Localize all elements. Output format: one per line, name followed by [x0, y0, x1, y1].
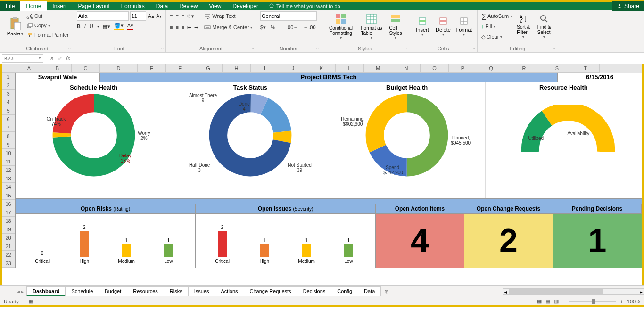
increase-indent-icon[interactable]: ⇥	[194, 24, 198, 31]
fx-icon[interactable]: fx	[66, 55, 70, 62]
col-header-E[interactable]: E	[138, 64, 166, 73]
increase-decimal-icon[interactable]: .00→	[286, 24, 298, 30]
view-page-break-icon[interactable]: ▥	[554, 298, 559, 304]
author-cell[interactable]: Swapnil Wale	[15, 73, 100, 82]
tell-me-input[interactable]: Tell me what you want to do	[269, 3, 340, 9]
sheet-tab-risks[interactable]: Risks	[164, 286, 189, 296]
fill-color-button[interactable]: 🪣▾	[114, 23, 124, 30]
tab-data[interactable]: Data	[150, 1, 173, 11]
autosum-button[interactable]: ∑AutoSum	[481, 11, 512, 21]
wrap-text-button[interactable]: Wrap Text	[204, 11, 252, 21]
scrollbar-thumb[interactable]	[509, 289, 603, 294]
col-header-K[interactable]: K	[307, 64, 336, 73]
row-header-17[interactable]: 17	[2, 208, 15, 217]
sheet-tab-decisions[interactable]: Decisions	[297, 286, 332, 296]
row-header-23[interactable]: 23	[2, 259, 15, 268]
font-name-select[interactable]	[77, 11, 129, 21]
sheet-tab-resources[interactable]: Resources	[127, 286, 164, 296]
orientation-icon[interactable]: ⟳▾	[187, 13, 194, 19]
tab-view[interactable]: View	[204, 1, 227, 11]
accounting-format-icon[interactable]: $▾	[260, 24, 266, 31]
align-bottom-icon[interactable]: ≡	[182, 13, 184, 19]
row-header-9[interactable]: 9	[2, 140, 15, 149]
paste-button[interactable]: Paste	[6, 11, 25, 41]
prev-sheet-icon[interactable]: ◂	[17, 288, 20, 295]
align-left-icon[interactable]: ≡	[170, 24, 173, 30]
sheet-tab-change-requests[interactable]: Change Requests	[244, 286, 297, 296]
border-button[interactable]: ▦▾	[103, 24, 110, 30]
font-color-button[interactable]: A▾	[127, 23, 133, 30]
row-header-21[interactable]: 21	[2, 242, 15, 251]
enter-formula-icon[interactable]: ✓	[58, 55, 62, 62]
col-header-D[interactable]: D	[100, 64, 138, 73]
cell-styles-button[interactable]: CellStyles	[386, 11, 405, 41]
sheet-tab-data[interactable]: Data	[358, 286, 381, 296]
row-header-2[interactable]: 2	[2, 81, 15, 90]
chart-open-issues[interactable]: 2Critical1High1Medium1Low	[196, 214, 376, 268]
col-header-L[interactable]: L	[336, 64, 364, 73]
row-header-3[interactable]: 3	[2, 90, 15, 98]
metric-decisions[interactable]: 1	[553, 214, 642, 268]
increase-font-icon[interactable]: A▴	[148, 13, 155, 20]
row-header-11[interactable]: 11	[2, 157, 15, 166]
row-header-4[interactable]: 4	[2, 98, 15, 106]
merge-center-button[interactable]: Merge & Center	[204, 23, 252, 32]
share-button[interactable]: Share	[612, 1, 644, 11]
row-header-18[interactable]: 18	[2, 217, 15, 225]
row-header-19[interactable]: 19	[2, 225, 15, 234]
chart-budget-health[interactable]: Budget Health Planned, $945,500 Spend, $…	[329, 82, 486, 198]
metric-actions[interactable]: 4	[376, 214, 464, 268]
tab-file[interactable]: File	[0, 1, 20, 11]
row-header-16[interactable]: 16	[2, 200, 15, 208]
sheet-tab-schedule[interactable]: Schedule	[65, 286, 99, 296]
row-header-1[interactable]: 1	[2, 73, 15, 81]
copy-button[interactable]: Copy	[26, 21, 69, 30]
format-as-table-button[interactable]: Format asTable	[359, 11, 384, 41]
col-header-T[interactable]: T	[571, 64, 600, 73]
delete-cells-button[interactable]: Delete	[434, 11, 453, 41]
sheet-tab-config[interactable]: Config	[331, 286, 358, 296]
date-cell[interactable]: 6/15/2016	[557, 73, 642, 82]
col-header-F[interactable]: F	[166, 64, 194, 73]
format-cells-button[interactable]: Format	[454, 11, 473, 41]
chart-resource-health[interactable]: Resource Health Availability Utilized	[486, 82, 642, 198]
col-header-C[interactable]: C	[72, 64, 100, 73]
col-header-G[interactable]: G	[194, 64, 223, 73]
col-header-J[interactable]: J	[279, 64, 307, 73]
align-top-icon[interactable]: ≡	[170, 13, 173, 19]
underline-button[interactable]: U	[90, 24, 93, 29]
row-header-7[interactable]: 7	[2, 123, 15, 132]
align-middle-icon[interactable]: ≡	[176, 13, 179, 19]
chart-task-status[interactable]: Task Status Done 4 Almost There 9 Half D…	[172, 82, 329, 198]
sheet-tab-actions[interactable]: Actions	[215, 286, 244, 296]
col-header-M[interactable]: M	[364, 64, 392, 73]
project-title-cell[interactable]: Project BRMS Tech	[100, 73, 557, 82]
tab-page-layout[interactable]: Page Layout	[72, 1, 115, 11]
bold-button[interactable]: B	[77, 24, 81, 29]
zoom-in-icon[interactable]: +	[620, 299, 623, 304]
next-sheet-icon[interactable]: ▸	[21, 288, 24, 295]
conditional-formatting-button[interactable]: ConditionalFormatting	[325, 11, 357, 41]
macro-record-icon[interactable]: ▦	[28, 298, 33, 304]
select-all-corner[interactable]	[2, 64, 15, 73]
row-header-8[interactable]: 8	[2, 132, 15, 140]
format-painter-button[interactable]: Format Painter	[26, 30, 69, 40]
name-box[interactable]: K23▾	[2, 54, 43, 63]
decrease-decimal-icon[interactable]: ←.00	[303, 24, 315, 30]
tab-review[interactable]: Review	[173, 1, 203, 11]
col-header-H[interactable]: H	[223, 64, 251, 73]
view-normal-icon[interactable]: ▦	[537, 298, 542, 304]
col-header-I[interactable]: I	[251, 64, 279, 73]
sort-filter-button[interactable]: AZ Sort &Filter	[514, 11, 533, 41]
cut-button[interactable]: Cut	[26, 11, 69, 21]
sheet-tab-issues[interactable]: Issues	[188, 286, 215, 296]
row-header-10[interactable]: 10	[2, 149, 15, 157]
comma-format-icon[interactable]: ,	[280, 24, 281, 30]
row-header-13[interactable]: 13	[2, 174, 15, 183]
number-format-select[interactable]	[260, 11, 317, 21]
row-header-5[interactable]: 5	[2, 106, 15, 115]
new-sheet-button[interactable]: ⊕	[380, 287, 393, 296]
col-header-R[interactable]: R	[505, 64, 543, 73]
formula-input[interactable]	[74, 57, 644, 59]
row-header-15[interactable]: 15	[2, 191, 15, 200]
